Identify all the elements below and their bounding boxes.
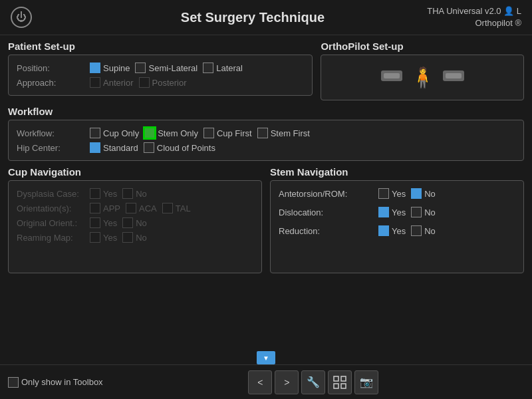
semi-lateral-checkbox[interactable] bbox=[135, 63, 146, 73]
disloc-no[interactable]: No bbox=[411, 207, 436, 217]
grid-button[interactable] bbox=[328, 370, 352, 394]
dysplasia-options: Yes No bbox=[90, 188, 147, 199]
reaming-no-checkbox[interactable] bbox=[122, 232, 133, 243]
cup-navigation: Cup Navigation Dysplasia Case: Yes No bbox=[8, 166, 262, 273]
footer-center: < > 🔧 📷 bbox=[103, 370, 524, 394]
approach-label: Approach: bbox=[17, 78, 83, 88]
forward-button[interactable]: > bbox=[275, 370, 299, 394]
antetorsion-row: Antetorsion/ROM: Yes No bbox=[279, 186, 515, 201]
hip-center-options: Standard Cloud of Points bbox=[90, 142, 215, 153]
dropdown-arrow[interactable]: ▼ bbox=[257, 351, 275, 364]
original-orient-label: Original Orient.: bbox=[17, 218, 83, 228]
orient-app[interactable]: APP bbox=[90, 203, 120, 213]
orig-no-checkbox[interactable] bbox=[122, 217, 133, 228]
reduc-yes-checkbox[interactable] bbox=[378, 225, 389, 236]
position-lateral[interactable]: Lateral bbox=[203, 63, 243, 73]
workflow-cup-first[interactable]: Cup First bbox=[203, 128, 252, 138]
stem-navigation: Stem Navigation Antetorsion/ROM: Yes bbox=[270, 166, 524, 273]
approach-anterior[interactable]: Anterior bbox=[90, 77, 134, 88]
cup-only-checkbox[interactable] bbox=[90, 128, 100, 138]
workflow-cup-only[interactable]: Cup Only bbox=[90, 128, 139, 138]
footer-left: Only show in Toolbox bbox=[8, 377, 103, 388]
supine-checkbox[interactable] bbox=[90, 63, 100, 73]
workflow-stem-first[interactable]: Stem First bbox=[257, 128, 310, 138]
wrench-button[interactable]: 🔧 bbox=[301, 370, 325, 394]
ante-yes[interactable]: Yes bbox=[378, 188, 406, 199]
anterior-checkbox[interactable] bbox=[90, 77, 100, 88]
approach-posterior[interactable]: Posterior bbox=[139, 77, 187, 88]
ante-yes-checkbox[interactable] bbox=[378, 188, 389, 199]
reaming-no[interactable]: No bbox=[122, 232, 147, 243]
power-button[interactable]: ⏻ bbox=[11, 7, 32, 28]
reaming-yes-checkbox[interactable] bbox=[90, 232, 100, 243]
stem-only-checkbox[interactable] bbox=[144, 128, 155, 138]
toolbox-only-checkbox[interactable] bbox=[8, 377, 19, 388]
lateral-checkbox[interactable] bbox=[203, 63, 213, 73]
ante-no[interactable]: No bbox=[411, 188, 436, 199]
stem-first-label: Stem First bbox=[271, 128, 310, 138]
position-supine[interactable]: Supine bbox=[90, 63, 130, 73]
reduc-no-checkbox[interactable] bbox=[411, 225, 422, 236]
reaming-no-label: No bbox=[136, 233, 147, 243]
original-orient-options: Yes No bbox=[90, 217, 147, 228]
workflow-stem-only[interactable]: Stem Only bbox=[144, 128, 198, 138]
orig-yes-checkbox[interactable] bbox=[90, 217, 100, 228]
brand-name: Orthopilot ® bbox=[415, 17, 521, 29]
stem-first-checkbox[interactable] bbox=[257, 128, 268, 138]
footer: Only show in Toolbox < > 🔧 📷 bbox=[0, 364, 532, 399]
antetorsion-label: Antetorsion/ROM: bbox=[279, 189, 372, 199]
back-button[interactable]: < bbox=[248, 370, 272, 394]
aca-checkbox[interactable] bbox=[126, 203, 136, 213]
orig-yes-label: Yes bbox=[103, 218, 117, 228]
disloc-yes-label: Yes bbox=[392, 207, 406, 217]
dysplasia-no[interactable]: No bbox=[122, 188, 147, 199]
orig-yes[interactable]: Yes bbox=[90, 217, 117, 228]
disloc-yes[interactable]: Yes bbox=[378, 207, 406, 217]
standard-checkbox[interactable] bbox=[90, 142, 100, 153]
orientation-label: Orientation(s): bbox=[17, 203, 83, 213]
app-checkbox[interactable] bbox=[90, 203, 100, 213]
semi-lateral-label: Semi-Lateral bbox=[148, 63, 198, 73]
ortho-person-icon: 🧍 bbox=[410, 66, 435, 89]
position-options: Supine Semi-Lateral Lateral bbox=[90, 63, 243, 73]
cup-only-label: Cup Only bbox=[103, 128, 139, 138]
cup-nav-label: Cup Navigation bbox=[8, 166, 262, 178]
standard-label: Standard bbox=[103, 143, 138, 153]
orient-aca[interactable]: ACA bbox=[126, 203, 157, 213]
navigation-section: Cup Navigation Dysplasia Case: Yes No bbox=[8, 166, 524, 273]
orig-no[interactable]: No bbox=[122, 217, 147, 228]
cup-first-checkbox[interactable] bbox=[203, 128, 214, 138]
disloc-yes-checkbox[interactable] bbox=[378, 207, 389, 217]
reaming-map-label: Reaming Map: bbox=[17, 233, 83, 243]
reaming-yes[interactable]: Yes bbox=[90, 232, 117, 243]
workflow-container: Workflow Workflow: Cup Only Stem Only Cu… bbox=[8, 106, 524, 161]
dysplasia-yes-checkbox[interactable] bbox=[90, 188, 100, 199]
disloc-no-checkbox[interactable] bbox=[411, 207, 422, 217]
hip-center-row: Hip Center: Standard Cloud of Points bbox=[17, 140, 515, 155]
reaming-map-row: Reaming Map: Yes No bbox=[17, 230, 253, 245]
posterior-checkbox[interactable] bbox=[139, 77, 150, 88]
dislocation-row: Dislocation: Yes No bbox=[279, 205, 515, 219]
hip-center-cloud[interactable]: Cloud of Points bbox=[144, 142, 215, 153]
stem-nav-rows: Antetorsion/ROM: Yes No bbox=[279, 186, 515, 238]
reduc-no[interactable]: No bbox=[411, 225, 436, 236]
patient-setup-section: Position: Supine Semi-Lateral Lateral bbox=[8, 55, 313, 96]
hip-center-standard[interactable]: Standard bbox=[90, 142, 138, 153]
tal-checkbox[interactable] bbox=[162, 203, 173, 213]
dysplasia-yes[interactable]: Yes bbox=[90, 188, 117, 199]
dysplasia-no-checkbox[interactable] bbox=[122, 188, 133, 199]
orient-tal[interactable]: TAL bbox=[162, 203, 191, 213]
position-semi-lateral[interactable]: Semi-Lateral bbox=[135, 63, 198, 73]
cup-first-label: Cup First bbox=[217, 128, 252, 138]
toolbox-only-option[interactable]: Only show in Toolbox bbox=[8, 377, 103, 388]
reduc-yes[interactable]: Yes bbox=[378, 225, 406, 236]
ante-no-checkbox[interactable] bbox=[411, 188, 422, 199]
dysplasia-yes-label: Yes bbox=[103, 189, 117, 199]
patient-setup-label: Patient Set-up bbox=[8, 41, 313, 52]
cloud-checkbox[interactable] bbox=[144, 142, 154, 153]
cloud-label: Cloud of Points bbox=[157, 143, 215, 153]
orthopilot-icons: 🧍 bbox=[329, 61, 515, 94]
posterior-label: Posterior bbox=[152, 78, 187, 88]
camera-button[interactable]: 📷 bbox=[354, 370, 378, 394]
aca-label: ACA bbox=[139, 203, 157, 213]
